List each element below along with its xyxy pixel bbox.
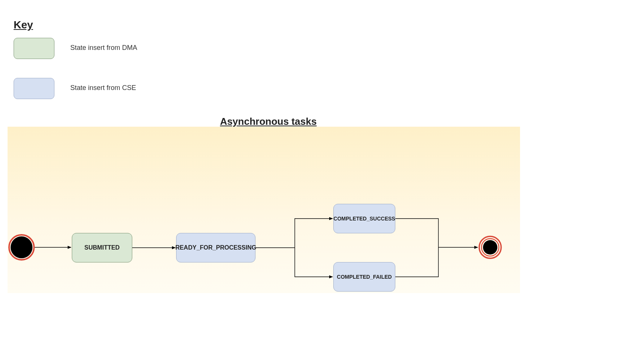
flow-title: Asynchronous tasks (219, 116, 317, 127)
key-title: Key (14, 19, 33, 31)
state-ready: READY_FOR_PROCESSING (176, 233, 255, 262)
key-swatch-dma (14, 38, 54, 59)
svg-point-4 (483, 240, 497, 255)
key-label-dma: State insert from DMA (70, 44, 137, 52)
state-success: COMPLETED_SUCCESS (333, 204, 395, 233)
key-swatch-cse (14, 78, 54, 99)
key-label-cse: State insert from CSE (70, 84, 136, 92)
state-submitted: SUBMITTED (72, 233, 132, 262)
flow-background (8, 127, 520, 293)
state-submitted-label: SUBMITTED (84, 244, 119, 251)
svg-point-1 (11, 236, 33, 258)
state-failed: COMPLETED_FAILED (333, 262, 395, 292)
state-ready-label: READY_FOR_PROCESSING (175, 244, 256, 251)
state-success-label: COMPLETED_SUCCESS (333, 216, 395, 222)
start-node-icon (8, 234, 35, 261)
end-node-icon (478, 236, 502, 259)
state-failed-label: COMPLETED_FAILED (337, 274, 392, 280)
